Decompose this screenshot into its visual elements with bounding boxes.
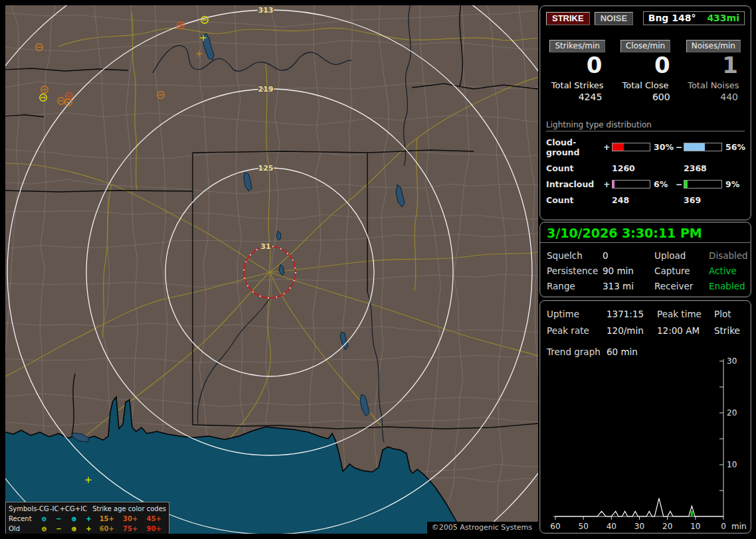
ring-distance-label: 125 [258, 164, 274, 173]
trend-graph-label: Trend graph [547, 346, 607, 357]
status-panel: 3/10/2026 3:30:11 PM Squelch 0 Upload Di… [539, 222, 751, 297]
distribution-table: Cloud-ground + 30% − 56% Count 1260 2368… [540, 131, 751, 205]
legend-recent-row: Recent ⊖ − ⊕ + 15+ 30+ 45+ [9, 514, 166, 524]
total-strikes-label: Total Strikes [544, 80, 611, 90]
current-minute-marker [691, 511, 693, 516]
uptime-table: Uptime 1371:15 Peak time Plot Peak rate … [540, 301, 751, 336]
y-tick-label: 30 [727, 356, 737, 366]
map-canvas: 31321912531 [5, 5, 538, 534]
age-15-label: 15+ [96, 514, 119, 524]
ic-positive-bar [612, 180, 650, 189]
y-tick-label: 20 [727, 408, 737, 418]
strike-stats-panel: STRIKE NOISE Bng 148° 433mi Strikes/min … [539, 5, 751, 220]
trend-panel: Uptime 1371:15 Peak time Plot Peak rate … [539, 300, 751, 534]
ring-distance-label: 219 [258, 85, 274, 94]
upload-label: Upload [654, 250, 709, 261]
plot-label: Plot [714, 309, 744, 319]
mode-header: STRIKE NOISE Bng 148° 433mi [540, 6, 751, 25]
cg-positive-count: 1260 [612, 163, 650, 173]
cg-positive-pct: 30% [650, 142, 676, 152]
ic-positive-count: 248 [612, 195, 650, 205]
peak-time-label: Peak time [657, 309, 714, 319]
bearing-distance: 433mi [707, 13, 739, 23]
peak-rate-value: 120/min [607, 325, 657, 336]
peak-rate-label: Peak rate [547, 325, 607, 336]
legend-col-neg-ic: -IC [49, 504, 60, 514]
x-tick-label: 0 [721, 522, 726, 531]
bearing-label: Bng 148° [648, 13, 696, 23]
total-noises-label: Total Noises [680, 80, 747, 90]
squelch-value: 0 [603, 250, 654, 261]
plot-value: Strike [714, 325, 744, 336]
cg-negative-pct: 56% [722, 142, 743, 152]
close-per-min-value: 0 [612, 54, 678, 78]
ring-distance-label: 313 [258, 6, 274, 15]
legend-old-row: Old ⊖ − ⊕ + 60+ 75+ 90+ [9, 524, 166, 534]
bearing-readout: Bng 148° 433mi [643, 11, 745, 25]
legend-old-label: Old [9, 524, 37, 534]
ic-negative-pct: 9% [722, 179, 743, 189]
trend-settings-row: Trend graph 60 min [540, 336, 751, 357]
persistence-label: Persistence [547, 266, 603, 276]
capture-status: Active [709, 266, 748, 276]
minus-sign: − [676, 179, 684, 189]
age-30-label: 30+ [119, 514, 142, 524]
legend-recent-label: Recent [9, 514, 37, 524]
capture-label: Capture [654, 266, 709, 276]
legend-age-title: Strike age color codes [87, 504, 166, 514]
intracloud-label: Intracloud [546, 179, 603, 189]
range-value: 313 mi [603, 281, 654, 291]
cg-positive-bar [612, 143, 650, 151]
upload-status: Disabled [709, 250, 748, 261]
pos-ic-recent-icon: + [82, 514, 95, 524]
age-90-label: 90+ [143, 524, 166, 534]
strike-mode-button[interactable]: STRIKE [546, 12, 590, 25]
neg-cg-recent-icon: ⊖ [37, 514, 51, 524]
legend-col-neg-cg: -CG [37, 504, 48, 514]
noise-mode-button[interactable]: NOISE [595, 12, 633, 25]
total-strikes-value: 4245 [544, 92, 611, 102]
neg-cg-old-icon: ⊖ [37, 524, 51, 534]
ic-negative-count: 369 [684, 195, 722, 205]
peak-time-value: 12:00 AM [657, 325, 714, 336]
y-tick-label: 10 [727, 460, 737, 469]
x-tick-label: 40 [607, 522, 616, 531]
status-table: Squelch 0 Upload Disabled Persistence 90… [540, 243, 751, 291]
legend-col-pos-ic: +IC [75, 504, 87, 514]
noises-per-min-chip[interactable]: Noises/min [686, 40, 741, 52]
ring-distance-label: 31 [260, 242, 270, 251]
datetime-display: 3/10/2026 3:30:11 PM [540, 222, 751, 243]
noises-per-min-value: 1 [680, 54, 747, 78]
total-noises-value: 440 [680, 92, 747, 102]
lightning-map[interactable]: 31321912531 ©2005 Astrogenic Systems Sym… [5, 5, 538, 534]
legend-col-pos-cg: +CG [60, 504, 75, 514]
ic-positive-pct: 6% [650, 179, 676, 189]
trend-line-strike [555, 499, 723, 516]
cg-count-label: Count [546, 163, 603, 173]
pos-ic-old-icon: + [82, 524, 95, 534]
trend-graph-value: 60 min [607, 346, 744, 357]
copyright-attribution: ©2005 Astrogenic Systems [427, 522, 538, 534]
persistence-value: 90 min [603, 266, 654, 276]
x-tick-label: 50 [579, 522, 589, 531]
age-60-label: 60+ [96, 524, 119, 534]
pos-cg-old-icon: ⊕ [66, 524, 82, 534]
squelch-label: Squelch [547, 250, 603, 261]
x-tick-label: 60 [550, 522, 560, 531]
total-close-label: Total Close [612, 80, 678, 90]
x-tick-label: 10 [690, 522, 700, 531]
age-75-label: 75+ [119, 524, 142, 534]
map-legend: Symbols -CG -IC +CG +IC Strike age color… [5, 502, 169, 534]
age-45-label: 45+ [143, 514, 166, 524]
cg-negative-bar [684, 143, 722, 151]
minus-sign: − [676, 142, 684, 152]
neg-ic-recent-icon: − [51, 514, 66, 524]
rate-counters: Strikes/min Close/min Noises/min 0 0 1 T… [540, 25, 751, 102]
close-per-min-chip[interactable]: Close/min [620, 40, 670, 52]
uptime-value: 1371:15 [607, 309, 657, 319]
range-label: Range [547, 281, 603, 291]
cg-negative-count: 2368 [684, 163, 722, 173]
pos-cg-recent-icon: ⊕ [66, 514, 82, 524]
strikes-per-min-chip[interactable]: Strikes/min [549, 40, 605, 52]
cloud-ground-label: Cloud-ground [546, 137, 603, 157]
